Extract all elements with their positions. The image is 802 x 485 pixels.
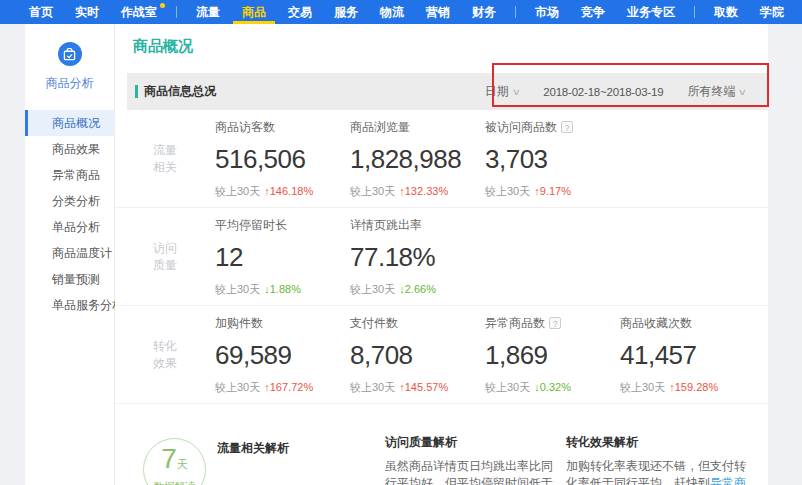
- arrow-up-icon: ↑159.28%: [669, 381, 718, 393]
- nav-item-9[interactable]: 营销: [415, 0, 461, 24]
- nav-separator: [515, 6, 516, 18]
- nav-separator: [694, 6, 695, 18]
- date-type-dropdown[interactable]: 日期 ∨: [485, 83, 520, 100]
- sidebar-menu: 商品概况商品效果异常商品分类分析单品分析商品温度计销量预测单品服务分析: [25, 110, 114, 318]
- metric-row-1: 访问质量平均停留时长12较上30天↓1.88%详情页跳出率77.18%较上30天…: [115, 208, 768, 306]
- section-title: 商品信息总况: [144, 83, 216, 100]
- nav-item-8[interactable]: 物流: [369, 0, 415, 24]
- badge-days: 7天: [144, 445, 205, 478]
- metric-group-label: 流量相关: [115, 142, 215, 176]
- metric-value: 516,506: [215, 144, 350, 175]
- arrow-down-icon: ↓2.66%: [399, 283, 436, 295]
- metric-value: 1,828,988: [350, 144, 485, 175]
- metric-name: 商品收藏次数: [620, 315, 755, 332]
- arrow-up-icon: ↑167.72%: [264, 381, 313, 393]
- main-content: 商品概况 商品信息总况 日期 ∨ 2018-02-18~2018-03-19 所…: [115, 24, 768, 485]
- sidebar-item-6[interactable]: 销量预测: [25, 266, 114, 292]
- nav-item-5[interactable]: 商品: [231, 0, 277, 24]
- sidebar-item-2[interactable]: 异常商品: [25, 162, 114, 188]
- metric-name: 被访问商品数?: [485, 119, 620, 136]
- insight-column-0: 流量相关解析: [217, 440, 369, 464]
- metric-2-3: 商品收藏次数41,457较上30天↑159.28%: [620, 315, 755, 395]
- help-icon[interactable]: ?: [561, 121, 573, 133]
- metric-group-label: 转化效果: [115, 338, 215, 372]
- metric-change: 较上30天↑9.17%: [485, 184, 620, 199]
- metric-change: 较上30天↓0.32%: [485, 380, 620, 395]
- insight-title: 转化效果解析: [566, 434, 750, 451]
- metric-value: 12: [215, 242, 350, 273]
- nav-item-10[interactable]: 财务: [461, 0, 507, 24]
- arrow-up-icon: ↑9.17%: [534, 185, 571, 197]
- arrow-down-icon: ↓0.32%: [534, 381, 571, 393]
- metrics-panel: 流量相关商品访客数516,506较上30天↑146.18%商品浏览量1,828,…: [115, 110, 768, 404]
- metric-value: 77.18%: [350, 242, 485, 273]
- date-range-picker[interactable]: 2018-02-18~2018-03-19: [543, 86, 663, 98]
- filter-bar: 日期 ∨ 2018-02-18~2018-03-19 所有终端 ∨: [485, 83, 746, 100]
- metric-2-1: 支付件数8,708较上30天↑145.57%: [350, 315, 485, 395]
- nav-item-7[interactable]: 服务: [323, 0, 369, 24]
- metric-value: 8,708: [350, 340, 485, 371]
- product-analysis-icon: [58, 42, 82, 66]
- arrow-up-icon: ↑132.33%: [399, 185, 448, 197]
- nav-item-14[interactable]: 业务专区: [616, 0, 686, 24]
- nav-item-12[interactable]: 市场: [524, 0, 570, 24]
- insights-panel: 7天 数据解读 流量相关解析访问质量解析虽然商品详情页日均跳出率比同行平均好，但…: [115, 410, 768, 485]
- metric-group-label: 访问质量: [115, 240, 215, 274]
- nav-item-17[interactable]: 学院: [749, 0, 795, 24]
- badge-subtitle: 数据解读: [144, 480, 205, 485]
- metric-change: 较上30天↓2.66%: [350, 282, 485, 297]
- sidebar-group-title: 商品分析: [25, 75, 114, 92]
- insight-body: 虽然商品详情页日均跳出率比同行平均好，但平均停留时间低于同行平均，请关注页面推荐…: [385, 458, 553, 485]
- notification-dot-icon: [160, 3, 165, 8]
- nav-item-16[interactable]: 取数: [703, 0, 749, 24]
- metric-change: 较上30天↑145.57%: [350, 380, 485, 395]
- sidebar-item-0[interactable]: 商品概况: [25, 110, 114, 136]
- nav-item-13[interactable]: 竞争: [570, 0, 616, 24]
- nav-item-1[interactable]: 实时: [64, 0, 110, 24]
- metric-1-1: 详情页跳出率77.18%较上30天↓2.66%: [350, 217, 485, 297]
- metric-2-0: 加购件数69,589较上30天↑167.72%: [215, 315, 350, 395]
- nav-item-2[interactable]: 作战室: [110, 0, 168, 24]
- metric-name: 详情页跳出率: [350, 217, 485, 234]
- metric-value: 69,589: [215, 340, 350, 371]
- sidebar-item-4[interactable]: 单品分析: [25, 214, 114, 240]
- product-overview-page: { "nav": { "items": [ {"label":"首页"}, {"…: [0, 0, 802, 485]
- accent-bar: [135, 85, 138, 98]
- metric-change: 较上30天↑167.72%: [215, 380, 350, 395]
- metric-name: 加购件数: [215, 315, 350, 332]
- nav-item-0[interactable]: 首页: [18, 0, 64, 24]
- insight-column-1: 访问质量解析虽然商品详情页日均跳出率比同行平均好，但平均停留时间低于同行平均，请…: [385, 434, 553, 485]
- chevron-down-icon: ∨: [738, 87, 747, 97]
- sidebar-item-1[interactable]: 商品效果: [25, 136, 114, 162]
- metric-name: 商品浏览量: [350, 119, 485, 136]
- section-title-wrap: 商品信息总况: [135, 83, 216, 100]
- metric-1-0: 平均停留时长12较上30天↓1.88%: [215, 217, 350, 297]
- metric-name: 商品访客数: [215, 119, 350, 136]
- metric-change: 较上30天↑146.18%: [215, 184, 350, 199]
- sidebar-group-header: 商品分析: [25, 24, 114, 92]
- metric-0-1: 商品浏览量1,828,988较上30天↑132.33%: [350, 119, 485, 199]
- insight-body: 加购转化率表现还不错，但支付转化率低于同行平均，赶快到异常商品并结合使用商品温度…: [566, 458, 750, 485]
- nav-separator: [176, 6, 177, 18]
- insight-title: 流量相关解析: [217, 440, 369, 457]
- help-icon[interactable]: ?: [549, 317, 561, 329]
- sidebar-item-7[interactable]: 单品服务分析: [25, 292, 114, 318]
- metric-change: 较上30天↑159.28%: [620, 380, 755, 395]
- nav-item-6[interactable]: 交易: [277, 0, 323, 24]
- metric-change: 较上30天↑132.33%: [350, 184, 485, 199]
- metric-0-0: 商品访客数516,506较上30天↑146.18%: [215, 119, 350, 199]
- chevron-down-icon: ∨: [511, 87, 520, 97]
- nav-item-4[interactable]: 流量: [185, 0, 231, 24]
- metric-name: 异常商品数?: [485, 315, 620, 332]
- metric-value: 41,457: [620, 340, 755, 371]
- metric-2-2: 异常商品数?1,869较上30天↓0.32%: [485, 315, 620, 395]
- date-type-label: 日期: [485, 83, 509, 100]
- sidebar-item-3[interactable]: 分类分析: [25, 188, 114, 214]
- metric-value: 3,703: [485, 144, 620, 175]
- metric-change: 较上30天↓1.88%: [215, 282, 350, 297]
- metric-name: 平均停留时长: [215, 217, 350, 234]
- page-title: 商品概况: [133, 37, 193, 56]
- sidebar-item-5[interactable]: 商品温度计: [25, 240, 114, 266]
- terminal-dropdown[interactable]: 所有终端 ∨: [687, 83, 746, 100]
- metric-row-0: 流量相关商品访客数516,506较上30天↑146.18%商品浏览量1,828,…: [115, 110, 768, 208]
